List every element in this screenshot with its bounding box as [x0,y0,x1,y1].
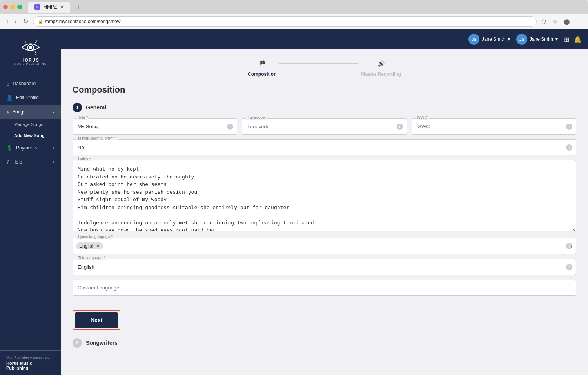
maximize-window-button[interactable] [17,5,22,9]
svg-line-2 [25,40,26,43]
lyrics-language-tag-input[interactable]: English ✕ [73,238,576,254]
content-area: 🏴 Composition 🔊 Master Recording Composi… [61,49,588,375]
instrumental-select[interactable]: No Yes [73,139,576,155]
lyrics-language-label: Lyrics language(s) * [76,235,114,239]
user-name-2: Jane Smith [530,36,553,42]
step-connector [279,63,358,64]
title-info-icon[interactable]: i [227,124,233,130]
toolbar-right: ⬡ ☆ ⬤ ⋮ [540,17,583,26]
payments-arrow: + [52,146,54,150]
tag-label: English [79,243,94,249]
lyrics-field: Lyrics * Mind what no by kept Celebrated… [73,160,576,233]
svg-line-4 [35,51,36,55]
songs-icon: ♪ [6,109,9,115]
user-badge-2[interactable]: JS Jane Smith ▾ [516,34,558,45]
sidebar-logo: HORUS MUSIC PUBLISHING [0,29,61,73]
custom-language-row [73,280,576,302]
iswc-field: ISWC i [412,118,576,135]
app-main: JS Jane Smith ▾ JS Jane Smith ▾ ⊞ 🔔 [61,29,588,375]
tag-remove-button[interactable]: ✕ [96,243,100,249]
minimize-window-button[interactable] [10,5,15,9]
iswc-info-icon[interactable]: i [566,124,572,130]
form-row-2: Is instrumental only? * No Yes i [73,139,576,155]
sidebar-item-label: Songs [12,109,25,115]
next-button[interactable]: Next [75,312,118,328]
logo-name: HORUS [21,58,39,62]
tunecode-input[interactable] [242,118,407,135]
bell-icon[interactable]: 🔔 [574,36,582,43]
title-language-label: Title language * [76,256,107,260]
section-1-title: General [86,104,106,111]
menu-icon[interactable]: ⋮ [575,17,583,26]
bookmark-icon[interactable]: ☆ [551,17,559,26]
lyrics-textarea[interactable]: Mind what no by kept Celebrated no he de… [73,160,576,231]
user-name-1: Jane Smith [482,36,505,42]
logo-subtitle: MUSIC PUBLISHING [14,62,47,65]
logo-icon [19,37,42,56]
sidebar-item-label: Help [13,159,22,165]
profile-icon[interactable]: ⬤ [562,17,572,26]
traffic-lights [3,5,22,9]
add-new-song-label: Add New Song [14,133,45,138]
sidebar-item-dashboard[interactable]: ⌂ Dashboard [0,76,61,91]
address-bar[interactable]: 🔒 mmpz.myclientzone.com/songs/new [33,16,537,27]
close-window-button[interactable] [3,5,8,9]
sidebar-item-manage-songs[interactable]: Manage Songs [0,119,61,130]
lyrics-language-field: Lyrics language(s) * English ✕ i ▾ [73,238,576,254]
form-row-title-lang: Title language * English Spanish French … [73,259,576,275]
url-text: mmpz.myclientzone.com/songs/new [45,19,121,24]
payments-icon: 💲 [6,145,13,151]
grid-icon[interactable]: ⊞ [564,36,569,43]
songs-arrow: - [53,110,54,114]
lyrics-language-info-icon[interactable]: i [566,243,572,249]
help-arrow: + [52,160,54,164]
refresh-button[interactable]: ↻ [22,16,30,27]
sidebar-item-label: Edit Profile [16,95,39,100]
step-master-recording: 🔊 Master Recording [361,57,401,77]
cast-icon[interactable]: ⬡ [540,17,548,26]
title-language-field: Title language * English Spanish French … [73,259,576,275]
instrumental-label: Is instrumental only? * [76,136,118,140]
svg-line-3 [35,40,38,43]
tab-close-button[interactable]: ✕ [60,4,64,10]
sidebar: HORUS MUSIC PUBLISHING ⌂ Dashboard 👤 Edi… [0,29,61,375]
back-button[interactable]: ‹ [5,16,10,27]
dashboard-icon: ⌂ [6,80,9,87]
manage-songs-label: Manage Songs [14,122,43,127]
form-row-1: Title * i Tunecode i ISWC i [73,118,576,135]
sidebar-item-help[interactable]: ? Help + [0,155,61,169]
forward-button[interactable]: › [13,16,18,27]
tunecode-info-icon[interactable]: i [397,124,403,130]
lyrics-label: Lyrics * [76,157,92,161]
active-tab[interactable]: M MMPZ ✕ [28,2,70,13]
user-dropdown-arrow-1: ▾ [508,36,510,42]
title-language-select[interactable]: English Spanish French German [73,259,576,275]
tab-title: MMPZ [43,4,57,10]
sidebar-item-add-new-song[interactable]: Add New Song [0,130,61,141]
sidebar-nav: ⌂ Dashboard 👤 Edit Profile ♪ Songs - Man… [0,76,61,350]
sidebar-item-songs[interactable]: ♪ Songs - [0,105,61,119]
user-badge-1[interactable]: JS Jane Smith ▾ [468,34,510,45]
tab-bar: M MMPZ ✕ + [0,0,588,14]
user-avatar-2: JS [516,34,527,45]
general-section: 1 General Title * i Tunecode [73,103,576,348]
instrumental-info-icon[interactable]: i [566,144,572,151]
app-container: HORUS MUSIC PUBLISHING ⌂ Dashboard 👤 Edi… [0,29,588,375]
top-header: JS Jane Smith ▾ JS Jane Smith ▾ ⊞ 🔔 [61,29,588,49]
sidebar-item-edit-profile[interactable]: 👤 Edit Profile [0,91,61,105]
header-icons: ⊞ 🔔 [564,36,582,43]
iswc-input[interactable] [412,118,576,135]
page-title: Composition [73,85,576,95]
title-input[interactable] [73,118,237,135]
title-language-info-icon[interactable]: i [566,264,572,270]
sidebar-item-payments[interactable]: 💲 Payments + [0,141,61,155]
browser-toolbar: ‹ › ↻ 🔒 mmpz.myclientzone.com/songs/new … [0,14,588,29]
new-tab-button[interactable]: + [73,4,83,11]
user-dropdown-arrow-2: ▾ [555,36,558,42]
custom-language-input[interactable] [73,280,576,296]
step-composition: 🏴 Composition [248,57,276,77]
composition-step-label: Composition [248,71,276,77]
sidebar-publisher: Your Publisher Administrator Horus Music… [0,350,61,375]
english-tag: English ✕ [76,242,103,249]
instrumental-field: Is instrumental only? * No Yes i [73,139,576,155]
